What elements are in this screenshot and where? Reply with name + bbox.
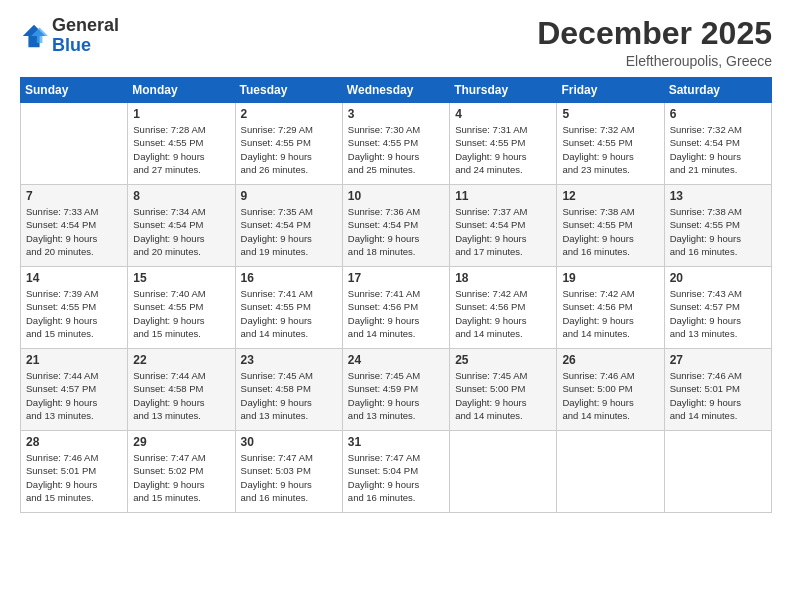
table-row	[664, 431, 771, 513]
day-number: 31	[348, 435, 444, 449]
day-number: 1	[133, 107, 229, 121]
calendar-week-1: 1Sunrise: 7:28 AMSunset: 4:55 PMDaylight…	[21, 103, 772, 185]
table-row: 26Sunrise: 7:46 AMSunset: 5:00 PMDayligh…	[557, 349, 664, 431]
table-row: 30Sunrise: 7:47 AMSunset: 5:03 PMDayligh…	[235, 431, 342, 513]
table-row: 22Sunrise: 7:44 AMSunset: 4:58 PMDayligh…	[128, 349, 235, 431]
day-info: Sunrise: 7:36 AMSunset: 4:54 PMDaylight:…	[348, 205, 444, 258]
calendar-week-5: 28Sunrise: 7:46 AMSunset: 5:01 PMDayligh…	[21, 431, 772, 513]
day-info: Sunrise: 7:44 AMSunset: 4:57 PMDaylight:…	[26, 369, 122, 422]
calendar-week-4: 21Sunrise: 7:44 AMSunset: 4:57 PMDayligh…	[21, 349, 772, 431]
calendar-table: Sunday Monday Tuesday Wednesday Thursday…	[20, 77, 772, 513]
table-row: 28Sunrise: 7:46 AMSunset: 5:01 PMDayligh…	[21, 431, 128, 513]
day-info: Sunrise: 7:42 AMSunset: 4:56 PMDaylight:…	[455, 287, 551, 340]
day-number: 7	[26, 189, 122, 203]
day-number: 26	[562, 353, 658, 367]
day-info: Sunrise: 7:46 AMSunset: 5:01 PMDaylight:…	[26, 451, 122, 504]
day-number: 27	[670, 353, 766, 367]
day-number: 9	[241, 189, 337, 203]
day-number: 19	[562, 271, 658, 285]
month-title: December 2025	[537, 16, 772, 51]
table-row: 12Sunrise: 7:38 AMSunset: 4:55 PMDayligh…	[557, 185, 664, 267]
day-info: Sunrise: 7:38 AMSunset: 4:55 PMDaylight:…	[562, 205, 658, 258]
day-info: Sunrise: 7:29 AMSunset: 4:55 PMDaylight:…	[241, 123, 337, 176]
day-number: 20	[670, 271, 766, 285]
table-row: 17Sunrise: 7:41 AMSunset: 4:56 PMDayligh…	[342, 267, 449, 349]
table-row: 27Sunrise: 7:46 AMSunset: 5:01 PMDayligh…	[664, 349, 771, 431]
day-info: Sunrise: 7:32 AMSunset: 4:55 PMDaylight:…	[562, 123, 658, 176]
page-header: General Blue December 2025 Eleftheroupol…	[20, 16, 772, 69]
table-row: 3Sunrise: 7:30 AMSunset: 4:55 PMDaylight…	[342, 103, 449, 185]
table-row: 25Sunrise: 7:45 AMSunset: 5:00 PMDayligh…	[450, 349, 557, 431]
day-number: 25	[455, 353, 551, 367]
day-info: Sunrise: 7:38 AMSunset: 4:55 PMDaylight:…	[670, 205, 766, 258]
day-number: 30	[241, 435, 337, 449]
table-row: 7Sunrise: 7:33 AMSunset: 4:54 PMDaylight…	[21, 185, 128, 267]
day-number: 14	[26, 271, 122, 285]
day-number: 17	[348, 271, 444, 285]
table-row: 11Sunrise: 7:37 AMSunset: 4:54 PMDayligh…	[450, 185, 557, 267]
table-row: 21Sunrise: 7:44 AMSunset: 4:57 PMDayligh…	[21, 349, 128, 431]
day-info: Sunrise: 7:40 AMSunset: 4:55 PMDaylight:…	[133, 287, 229, 340]
table-row	[21, 103, 128, 185]
day-number: 5	[562, 107, 658, 121]
day-info: Sunrise: 7:46 AMSunset: 5:00 PMDaylight:…	[562, 369, 658, 422]
table-row: 5Sunrise: 7:32 AMSunset: 4:55 PMDaylight…	[557, 103, 664, 185]
logo-text: General Blue	[52, 16, 119, 56]
day-number: 23	[241, 353, 337, 367]
day-info: Sunrise: 7:28 AMSunset: 4:55 PMDaylight:…	[133, 123, 229, 176]
day-info: Sunrise: 7:33 AMSunset: 4:54 PMDaylight:…	[26, 205, 122, 258]
day-number: 8	[133, 189, 229, 203]
title-block: December 2025 Eleftheroupolis, Greece	[537, 16, 772, 69]
table-row: 15Sunrise: 7:40 AMSunset: 4:55 PMDayligh…	[128, 267, 235, 349]
day-info: Sunrise: 7:34 AMSunset: 4:54 PMDaylight:…	[133, 205, 229, 258]
table-row: 6Sunrise: 7:32 AMSunset: 4:54 PMDaylight…	[664, 103, 771, 185]
table-row: 18Sunrise: 7:42 AMSunset: 4:56 PMDayligh…	[450, 267, 557, 349]
day-info: Sunrise: 7:31 AMSunset: 4:55 PMDaylight:…	[455, 123, 551, 176]
day-info: Sunrise: 7:43 AMSunset: 4:57 PMDaylight:…	[670, 287, 766, 340]
day-info: Sunrise: 7:44 AMSunset: 4:58 PMDaylight:…	[133, 369, 229, 422]
logo-icon	[20, 22, 48, 50]
day-info: Sunrise: 7:42 AMSunset: 4:56 PMDaylight:…	[562, 287, 658, 340]
table-row: 20Sunrise: 7:43 AMSunset: 4:57 PMDayligh…	[664, 267, 771, 349]
day-info: Sunrise: 7:35 AMSunset: 4:54 PMDaylight:…	[241, 205, 337, 258]
page-container: General Blue December 2025 Eleftheroupol…	[0, 0, 792, 523]
table-row: 4Sunrise: 7:31 AMSunset: 4:55 PMDaylight…	[450, 103, 557, 185]
day-number: 11	[455, 189, 551, 203]
weekday-saturday: Saturday	[664, 78, 771, 103]
day-number: 4	[455, 107, 551, 121]
table-row: 16Sunrise: 7:41 AMSunset: 4:55 PMDayligh…	[235, 267, 342, 349]
day-number: 21	[26, 353, 122, 367]
day-number: 29	[133, 435, 229, 449]
calendar-header-row: Sunday Monday Tuesday Wednesday Thursday…	[21, 78, 772, 103]
table-row: 14Sunrise: 7:39 AMSunset: 4:55 PMDayligh…	[21, 267, 128, 349]
table-row: 31Sunrise: 7:47 AMSunset: 5:04 PMDayligh…	[342, 431, 449, 513]
day-number: 13	[670, 189, 766, 203]
day-info: Sunrise: 7:41 AMSunset: 4:56 PMDaylight:…	[348, 287, 444, 340]
table-row: 10Sunrise: 7:36 AMSunset: 4:54 PMDayligh…	[342, 185, 449, 267]
day-number: 10	[348, 189, 444, 203]
weekday-sunday: Sunday	[21, 78, 128, 103]
logo: General Blue	[20, 16, 119, 56]
logo-blue: Blue	[52, 35, 91, 55]
calendar-week-3: 14Sunrise: 7:39 AMSunset: 4:55 PMDayligh…	[21, 267, 772, 349]
day-info: Sunrise: 7:32 AMSunset: 4:54 PMDaylight:…	[670, 123, 766, 176]
day-number: 12	[562, 189, 658, 203]
weekday-wednesday: Wednesday	[342, 78, 449, 103]
day-info: Sunrise: 7:45 AMSunset: 5:00 PMDaylight:…	[455, 369, 551, 422]
calendar-week-2: 7Sunrise: 7:33 AMSunset: 4:54 PMDaylight…	[21, 185, 772, 267]
day-number: 24	[348, 353, 444, 367]
day-number: 16	[241, 271, 337, 285]
table-row: 2Sunrise: 7:29 AMSunset: 4:55 PMDaylight…	[235, 103, 342, 185]
day-info: Sunrise: 7:47 AMSunset: 5:04 PMDaylight:…	[348, 451, 444, 504]
day-number: 6	[670, 107, 766, 121]
day-number: 22	[133, 353, 229, 367]
day-number: 3	[348, 107, 444, 121]
day-info: Sunrise: 7:46 AMSunset: 5:01 PMDaylight:…	[670, 369, 766, 422]
day-info: Sunrise: 7:45 AMSunset: 4:58 PMDaylight:…	[241, 369, 337, 422]
table-row: 9Sunrise: 7:35 AMSunset: 4:54 PMDaylight…	[235, 185, 342, 267]
table-row: 1Sunrise: 7:28 AMSunset: 4:55 PMDaylight…	[128, 103, 235, 185]
weekday-tuesday: Tuesday	[235, 78, 342, 103]
table-row	[557, 431, 664, 513]
day-info: Sunrise: 7:41 AMSunset: 4:55 PMDaylight:…	[241, 287, 337, 340]
table-row: 24Sunrise: 7:45 AMSunset: 4:59 PMDayligh…	[342, 349, 449, 431]
